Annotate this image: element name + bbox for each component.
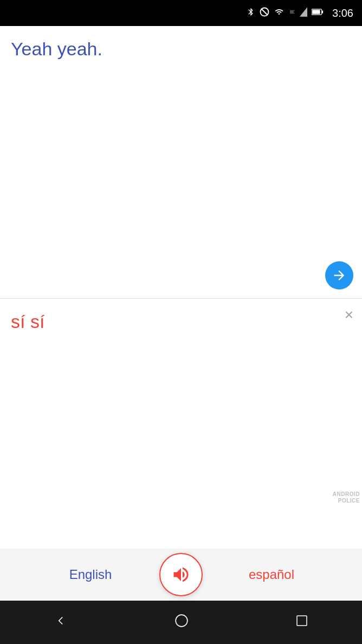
home-button[interactable] — [164, 608, 199, 637]
status-bar: 3:06 — [0, 0, 362, 26]
status-icons: 3:06 — [247, 7, 353, 20]
svg-line-1 — [261, 9, 268, 15]
battery-icon — [312, 8, 324, 18]
svg-point-6 — [176, 615, 188, 627]
speaker-icon — [171, 565, 191, 584]
translation-panel: sí sí × ANDROIDPOLICE — [0, 299, 362, 549]
svg-marker-2 — [300, 7, 307, 17]
arrow-right-icon — [332, 268, 347, 283]
svg-rect-7 — [297, 616, 307, 626]
svg-rect-4 — [322, 10, 324, 13]
nav-bar — [0, 601, 362, 644]
wifi-icon — [274, 8, 285, 18]
speak-button-container — [159, 553, 203, 596]
recents-button[interactable] — [285, 609, 319, 636]
status-time: 3:06 — [332, 7, 353, 20]
source-panel: Yeah yeah. — [0, 26, 362, 298]
signal-icon — [289, 7, 307, 19]
source-text: Yeah yeah. — [11, 37, 351, 61]
translation-text: sí sí — [11, 310, 351, 333]
target-language-button[interactable]: español — [181, 549, 362, 601]
translate-button[interactable] — [325, 261, 353, 289]
no-signal-icon — [260, 7, 269, 19]
bluetooth-icon — [247, 7, 255, 20]
source-language-button[interactable]: English — [0, 549, 181, 601]
speak-button[interactable] — [159, 553, 203, 596]
svg-rect-5 — [312, 10, 320, 14]
clear-button[interactable]: × — [345, 307, 353, 323]
language-bar: English español — [0, 549, 362, 601]
back-button[interactable] — [43, 608, 79, 637]
watermark: ANDROIDPOLICE — [333, 491, 360, 504]
